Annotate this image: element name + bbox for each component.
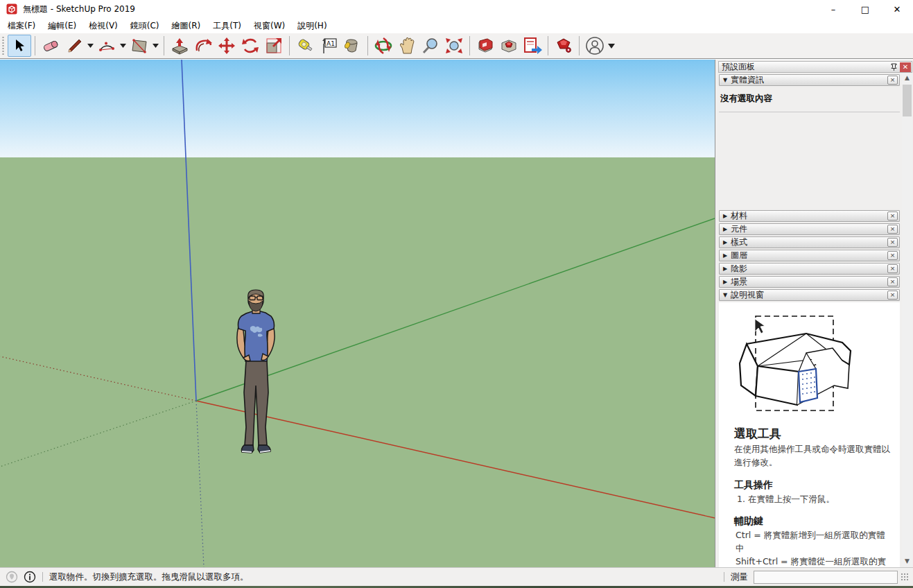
section-scenes[interactable]: ▶ 場景 ×: [719, 276, 900, 288]
tape-measure-icon: [296, 37, 314, 55]
send-to-layout-button[interactable]: [521, 35, 544, 57]
line-tool-dropdown[interactable]: [86, 35, 95, 57]
section-styles[interactable]: ▶ 樣式 ×: [719, 236, 900, 248]
measurements-label: 測量: [731, 571, 748, 583]
section-close-button[interactable]: ×: [887, 76, 898, 85]
section-entity-info[interactable]: ▼ 實體資訊 ×: [719, 74, 900, 86]
modeling-viewport[interactable]: [0, 60, 715, 567]
sketchup-logo-icon: [6, 3, 17, 15]
paint-bucket-icon: [342, 37, 362, 55]
toolbar-separator: [289, 36, 290, 55]
section-close-button[interactable]: ×: [887, 291, 898, 300]
status-message: 選取物件。切換到擴充選取。拖曳滑鼠以選取多項。: [49, 571, 249, 583]
eraser-tool-button[interactable]: [39, 35, 62, 57]
text-tool-button[interactable]: A1: [317, 35, 340, 57]
menu-window[interactable]: 視窗(W): [247, 19, 291, 33]
sign-in-dropdown[interactable]: [607, 35, 616, 57]
arc-icon: [98, 37, 116, 54]
pin-icon[interactable]: [888, 62, 899, 72]
instructor-op-heading: 工具操作: [734, 479, 892, 492]
eraser-icon: [42, 37, 60, 54]
menu-camera[interactable]: 鏡頭(C): [124, 19, 166, 33]
paint-bucket-tool-button[interactable]: [340, 35, 364, 57]
tape-measure-tool-button[interactable]: [293, 35, 317, 57]
divider: [719, 112, 900, 112]
select-arrow-icon: [12, 38, 27, 53]
section-close-button[interactable]: ×: [887, 211, 898, 220]
menu-draw[interactable]: 繪圖(R): [166, 19, 207, 33]
panel-tray-close-button[interactable]: ✕: [900, 62, 911, 72]
instructor-modifier-shift-ctrl: Shift+Ctrl = 將實體從一組所選取的實體中除去: [734, 555, 892, 567]
zoom-extents-button[interactable]: [442, 35, 466, 57]
orbit-tool-button[interactable]: [372, 35, 395, 57]
blue-axis-negative: [196, 401, 204, 567]
extension-manager-button[interactable]: [552, 35, 575, 57]
panel-tray-header[interactable]: 預設面板 ✕: [718, 61, 912, 73]
section-close-button[interactable]: ×: [887, 264, 898, 273]
section-instructor[interactable]: ▼ 說明視窗 ×: [719, 289, 900, 301]
extension-warehouse-icon: [499, 37, 519, 55]
svg-text:A1: A1: [327, 40, 335, 47]
instructor-content: 選取工具 在使用其他操作工具或命令時選取實體以進行修改。 工具操作 1. 在實體…: [719, 302, 900, 567]
resize-grip[interactable]: [901, 573, 909, 581]
drawing-axes: [0, 60, 715, 567]
arc-tool-dropdown[interactable]: [119, 35, 128, 57]
section-layers[interactable]: ▶ 圖層 ×: [719, 250, 900, 261]
chevron-right-icon: ▶: [720, 239, 731, 245]
move-tool-button[interactable]: [215, 35, 238, 57]
section-close-button[interactable]: ×: [887, 251, 898, 260]
rotate-tool-button[interactable]: [238, 35, 262, 57]
scale-figure-person[interactable]: [225, 288, 288, 462]
extension-manager-icon: [553, 37, 574, 55]
instructor-op-step: 1. 在實體上按一下滑鼠。: [734, 493, 892, 506]
menu-view[interactable]: 檢視(V): [82, 19, 124, 33]
instructor-house-figure: [731, 308, 887, 419]
section-materials[interactable]: ▶ 材料 ×: [719, 210, 900, 222]
scale-icon: [265, 37, 283, 55]
entity-info-content: 沒有選取內容: [719, 87, 900, 212]
zoom-icon: [421, 37, 440, 55]
measurements-input[interactable]: [754, 571, 898, 584]
rectangle-tool-dropdown[interactable]: [151, 35, 160, 57]
extension-warehouse-button[interactable]: [497, 35, 521, 57]
chevron-down-icon: ▼: [720, 77, 731, 83]
sign-in-button[interactable]: [583, 35, 607, 57]
section-shadows[interactable]: ▶ 陰影 ×: [719, 263, 900, 275]
scroll-up-icon[interactable]: ▲: [902, 73, 912, 83]
menu-bar: 檔案(F) 編輯(E) 檢視(V) 鏡頭(C) 繪圖(R) 工具(T) 視窗(W…: [0, 18, 913, 33]
section-components[interactable]: ▶ 元件 ×: [719, 223, 900, 235]
section-close-button[interactable]: ×: [887, 238, 898, 247]
toolbar-drag-handle[interactable]: [1, 35, 5, 56]
info-icon[interactable]: [24, 571, 36, 583]
push-pull-tool-button[interactable]: [168, 35, 191, 57]
close-button[interactable]: ✕: [881, 0, 913, 18]
arc-tool-button[interactable]: [95, 35, 119, 57]
panel-scrollbar[interactable]: ▲ ▼: [902, 73, 912, 567]
instructor-modifier-heading: 輔助鍵: [734, 515, 892, 528]
instructor-description: 在使用其他操作工具或命令時選取實體以進行修改。: [734, 443, 892, 469]
menu-tools[interactable]: 工具(T): [207, 19, 247, 33]
menu-file[interactable]: 檔案(F): [1, 19, 42, 33]
pan-tool-button[interactable]: [395, 35, 419, 57]
menu-edit[interactable]: 編輯(E): [42, 19, 82, 33]
scale-tool-button[interactable]: [262, 35, 286, 57]
maximize-button[interactable]: □: [849, 0, 881, 18]
scroll-down-icon[interactable]: ▼: [902, 556, 912, 567]
no-selection-message: 沒有選取內容: [719, 87, 900, 112]
green-axis-negative: [0, 401, 196, 467]
offset-tool-button[interactable]: [191, 35, 215, 57]
window-title: 無標題 - SketchUp Pro 2019: [23, 3, 135, 15]
select-tool-button[interactable]: [8, 35, 31, 57]
default-panel-tray: 預設面板 ✕ ▼ 實體資訊 × 沒有選取內容 ▶ 材料 × ▶ 元件 × ▶ 樣…: [715, 60, 913, 567]
minimize-button[interactable]: –: [817, 0, 849, 18]
line-tool-button[interactable]: [62, 35, 86, 57]
3d-warehouse-button[interactable]: [473, 35, 497, 57]
section-close-button[interactable]: ×: [887, 225, 898, 234]
toolbar-separator: [579, 36, 580, 55]
rectangle-tool-button[interactable]: [128, 35, 151, 57]
menu-help[interactable]: 說明(H): [291, 19, 333, 33]
scrollbar-thumb[interactable]: [903, 85, 912, 116]
section-close-button[interactable]: ×: [887, 277, 898, 286]
geolocation-icon[interactable]: [6, 571, 18, 583]
zoom-tool-button[interactable]: [419, 35, 442, 57]
